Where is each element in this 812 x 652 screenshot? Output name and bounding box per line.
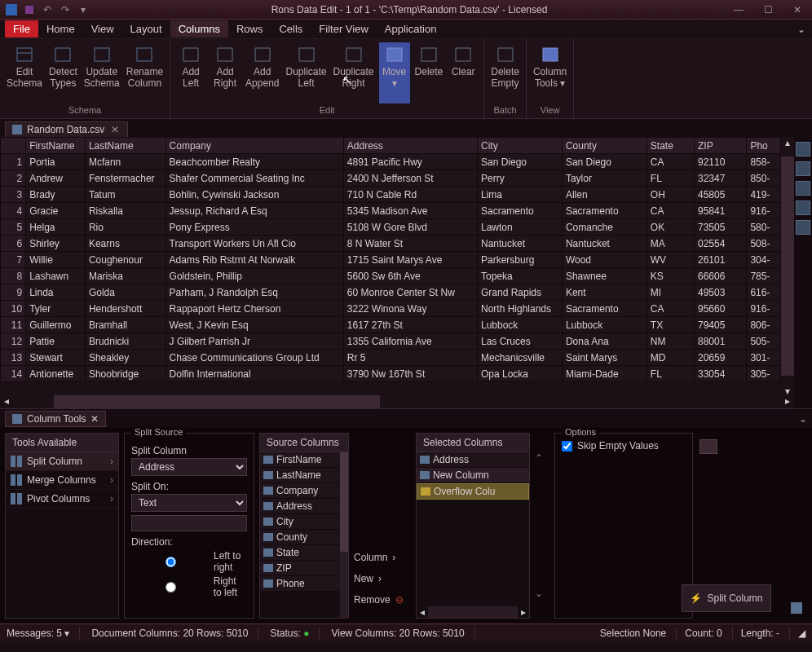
row-number[interactable]: 7 bbox=[1, 252, 26, 268]
source-column-item[interactable]: LastName bbox=[260, 468, 340, 483]
tab-file[interactable]: File bbox=[5, 20, 38, 37]
cell[interactable]: FL bbox=[647, 366, 694, 382]
cell[interactable]: Grand Rapids bbox=[477, 284, 562, 301]
delete-button[interactable]: Delete bbox=[413, 42, 445, 104]
cell[interactable]: Topeka bbox=[477, 268, 562, 284]
cell[interactable]: TX bbox=[647, 317, 694, 333]
cell[interactable]: Adams Rib Rstrnt At Norwalk bbox=[165, 252, 343, 268]
cell[interactable]: Shafer Commercial Seating Inc bbox=[165, 170, 343, 187]
split-on-select[interactable]: Text bbox=[131, 494, 247, 512]
source-columns-scrollbar[interactable] bbox=[340, 452, 348, 618]
cell[interactable]: 92110 bbox=[694, 154, 746, 170]
row-number[interactable]: 12 bbox=[1, 333, 26, 350]
add-append-button[interactable]: Add Append bbox=[244, 42, 280, 104]
column-tools-tab[interactable]: Column Tools ✕ bbox=[5, 411, 106, 427]
duplicate-right-button[interactable]: Duplicate Right bbox=[332, 42, 376, 104]
row-number[interactable]: 9 bbox=[1, 284, 26, 301]
minimize-button[interactable]: — bbox=[727, 2, 750, 18]
cell[interactable]: Stewart bbox=[26, 350, 86, 366]
cell[interactable]: Gracie bbox=[26, 203, 86, 219]
cell[interactable]: 95841 bbox=[694, 203, 746, 219]
cell[interactable]: KS bbox=[647, 268, 694, 284]
duplicate-left-button[interactable]: Duplicate Left bbox=[284, 42, 328, 104]
cell[interactable]: 8 N Water St bbox=[343, 236, 477, 252]
side-panel-btn-2[interactable] bbox=[796, 161, 810, 176]
table-row[interactable]: 14AntionetteShoobridgeDolfin Internation… bbox=[1, 366, 781, 382]
selected-column-item[interactable]: Address bbox=[417, 452, 529, 468]
table-row[interactable]: 13StewartSheakleyChase Communications Gr… bbox=[1, 350, 781, 366]
cell[interactable]: CA bbox=[647, 301, 694, 317]
row-number[interactable]: 14 bbox=[1, 366, 26, 382]
cell[interactable]: Dona Ana bbox=[562, 333, 647, 350]
tab-rows[interactable]: Rows bbox=[228, 20, 271, 37]
cell[interactable]: 20659 bbox=[694, 350, 746, 366]
cell[interactable]: Rio bbox=[85, 219, 165, 236]
cell[interactable]: Allen bbox=[562, 187, 647, 203]
cell[interactable]: 2400 N Jefferson St bbox=[343, 170, 477, 187]
cell[interactable]: 33054 bbox=[694, 366, 746, 382]
data-grid[interactable]: FirstNameLastNameCompanyAddressCityCount… bbox=[0, 137, 781, 395]
row-number[interactable]: 5 bbox=[1, 219, 26, 236]
row-number[interactable]: 8 bbox=[1, 268, 26, 284]
status-corner-icon[interactable]: ◢ bbox=[798, 628, 805, 639]
cell[interactable]: 32347 bbox=[694, 170, 746, 187]
clear-button[interactable]: Clear bbox=[448, 42, 479, 104]
cell[interactable]: San Diego bbox=[562, 154, 647, 170]
redo-icon[interactable]: ↷ bbox=[57, 2, 73, 17]
cell[interactable]: FL bbox=[647, 170, 694, 187]
cell[interactable]: 60 Monroe Center St Nw bbox=[343, 284, 477, 301]
cell[interactable]: Nantucket bbox=[562, 236, 647, 252]
table-row[interactable]: 6ShirleyKearnsTransport Workers Un Afl C… bbox=[1, 236, 781, 252]
cell[interactable]: 5600 Sw 6th Ave bbox=[343, 268, 477, 284]
column-header[interactable]: County bbox=[562, 138, 647, 154]
source-column-item[interactable]: ZIP bbox=[260, 561, 340, 576]
cell[interactable]: CA bbox=[647, 154, 694, 170]
ribbon-expand-icon[interactable]: ⌄ bbox=[797, 24, 805, 35]
cell[interactable]: 616- bbox=[747, 284, 781, 301]
cell[interactable]: Beachcomber Realty bbox=[165, 154, 343, 170]
row-number[interactable]: 11 bbox=[1, 317, 26, 333]
side-panel-btn-4[interactable] bbox=[796, 200, 810, 215]
cell[interactable]: Pony Express bbox=[165, 219, 343, 236]
cell[interactable]: Perry bbox=[477, 170, 562, 187]
cell[interactable]: Bohlin, Cywinski Jackson bbox=[165, 187, 343, 203]
skip-empty-checkbox[interactable] bbox=[562, 441, 572, 452]
cell[interactable]: 850- bbox=[747, 170, 781, 187]
table-row[interactable]: 10TylerHendershottRappaport Hertz Cherso… bbox=[1, 301, 781, 317]
rename-column-button[interactable]: Rename Column bbox=[125, 42, 165, 104]
cell[interactable]: MI bbox=[647, 284, 694, 301]
table-row[interactable]: 11GuillermoBramhallWest, J Kevin Esq1617… bbox=[1, 317, 781, 333]
tab-view[interactable]: View bbox=[83, 20, 122, 37]
horizontal-scrollbar[interactable]: ◂▸ bbox=[0, 395, 794, 408]
selected-column-item[interactable]: New Column bbox=[417, 468, 529, 483]
column-header[interactable]: State bbox=[647, 138, 694, 154]
cell[interactable]: Sheakley bbox=[85, 350, 165, 366]
clipboard-icon[interactable] bbox=[789, 601, 804, 615]
row-number[interactable]: 6 bbox=[1, 236, 26, 252]
cell[interactable]: 580- bbox=[747, 219, 781, 236]
cell[interactable]: 5108 W Gore Blvd bbox=[343, 219, 477, 236]
cell[interactable]: Sacramento bbox=[477, 203, 562, 219]
cell[interactable]: MA bbox=[647, 236, 694, 252]
cell[interactable]: 916- bbox=[747, 203, 781, 219]
source-column-item[interactable]: County bbox=[260, 530, 340, 545]
cell[interactable]: OH bbox=[647, 187, 694, 203]
table-row[interactable]: 8LashawnMariskaGoldstein, Phillip5600 Sw… bbox=[1, 268, 781, 284]
tab-filter-view[interactable]: Filter View bbox=[311, 20, 376, 37]
source-column-item[interactable]: City bbox=[260, 514, 340, 530]
cell[interactable]: Guillermo bbox=[26, 317, 86, 333]
status-messages[interactable]: Messages: 5 ▾ bbox=[7, 628, 80, 639]
cell[interactable]: Nantucket bbox=[477, 236, 562, 252]
source-column-item[interactable]: State bbox=[260, 545, 340, 561]
tool-item[interactable]: Split Column› bbox=[6, 452, 118, 471]
move-up-icon[interactable]: ⌃ bbox=[535, 452, 549, 464]
row-number[interactable]: 2 bbox=[1, 170, 26, 187]
row-number[interactable]: 3 bbox=[1, 187, 26, 203]
table-row[interactable]: 12PattieBrudnickiJ Gilbert Parrish Jr135… bbox=[1, 333, 781, 350]
action-column[interactable]: Column› bbox=[354, 552, 411, 563]
column-tools-button[interactable]: Column Tools ▾ bbox=[532, 42, 568, 104]
split-column-action-button[interactable]: ⚡ Split Column bbox=[682, 584, 771, 612]
cell[interactable]: 304- bbox=[747, 252, 781, 268]
cell[interactable]: MD bbox=[647, 350, 694, 366]
column-header[interactable]: Company bbox=[165, 138, 343, 154]
